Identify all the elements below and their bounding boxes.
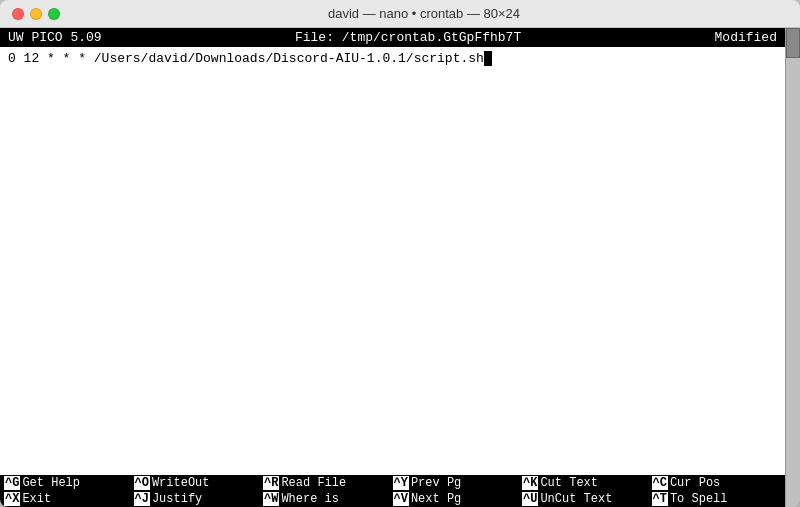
line-text: 0 12 * * * /Users/david/Downloads/Discor… (8, 51, 484, 66)
footer-item-cut-text[interactable]: ^K Cut Text (522, 476, 652, 490)
key-next-pg: ^V (393, 492, 409, 506)
maximize-button[interactable] (48, 8, 60, 20)
minimize-button[interactable] (30, 8, 42, 20)
label-exit: Exit (22, 492, 51, 506)
label-read-file: Read File (281, 476, 346, 490)
traffic-lights (12, 8, 60, 20)
key-cur-pos: ^C (652, 476, 668, 490)
key-uncut-text: ^U (522, 492, 538, 506)
label-writeout: WriteOut (152, 476, 210, 490)
label-cur-pos: Cur Pos (670, 476, 720, 490)
nano-header-center: File: /tmp/crontab.GtGpFfhb7T (295, 30, 521, 45)
window: david — nano • crontab — 80×24 UW PICO 5… (0, 0, 800, 507)
key-read-file: ^R (263, 476, 279, 490)
nano-header-right: Modified (715, 30, 777, 45)
key-cut-text: ^K (522, 476, 538, 490)
editor-content-line: 0 12 * * * /Users/david/Downloads/Discor… (8, 51, 777, 66)
footer-item-justify[interactable]: ^J Justify (134, 492, 264, 506)
label-justify: Justify (152, 492, 202, 506)
footer-item-help[interactable]: ^G Get Help (4, 476, 134, 490)
key-justify: ^J (134, 492, 150, 506)
footer-row-2: ^X Exit ^J Justify ^W Where is ^V Next P… (0, 491, 785, 507)
footer-item-read-file[interactable]: ^R Read File (263, 476, 393, 490)
key-exit: ^X (4, 492, 20, 506)
scrollbar-thumb[interactable] (786, 28, 800, 58)
label-where-is: Where is (281, 492, 339, 506)
nano-header-left: UW PICO 5.09 (8, 30, 102, 45)
key-where-is: ^W (263, 492, 279, 506)
footer-item-where-is[interactable]: ^W Where is (263, 492, 393, 506)
key-writeout: ^O (134, 476, 150, 490)
label-get-help: Get Help (22, 476, 80, 490)
nano-editor-body[interactable]: 0 12 * * * /Users/david/Downloads/Discor… (0, 47, 785, 475)
key-get-help: ^G (4, 476, 20, 490)
nano-header: UW PICO 5.09 File: /tmp/crontab.GtGpFfhb… (0, 28, 785, 47)
label-prev-pg: Prev Pg (411, 476, 461, 490)
footer-item-to-spell[interactable]: ^T To Spell (652, 492, 782, 506)
titlebar: david — nano • crontab — 80×24 (0, 0, 800, 28)
footer-item-exit[interactable]: ^X Exit (4, 492, 134, 506)
label-cut-text: Cut Text (540, 476, 598, 490)
footer-item-next-pg[interactable]: ^V Next Pg (393, 492, 523, 506)
label-uncut-text: UnCut Text (540, 492, 612, 506)
label-next-pg: Next Pg (411, 492, 461, 506)
window-title: david — nano • crontab — 80×24 (60, 6, 788, 21)
cursor (484, 51, 492, 66)
terminal-main: UW PICO 5.09 File: /tmp/crontab.GtGpFfhb… (0, 28, 785, 507)
key-prev-pg: ^Y (393, 476, 409, 490)
scrollbar[interactable] (785, 28, 800, 507)
terminal-area: UW PICO 5.09 File: /tmp/crontab.GtGpFfhb… (0, 28, 800, 507)
label-to-spell: To Spell (670, 492, 728, 506)
footer-item-prev-pg[interactable]: ^Y Prev Pg (393, 476, 523, 490)
footer-item-writeout[interactable]: ^O WriteOut (134, 476, 264, 490)
footer-item-uncut-text[interactable]: ^U UnCut Text (522, 492, 652, 506)
nano-footer: ^G Get Help ^O WriteOut ^R Read File ^Y … (0, 475, 785, 507)
close-button[interactable] (12, 8, 24, 20)
footer-item-cur-pos[interactable]: ^C Cur Pos (652, 476, 782, 490)
key-to-spell: ^T (652, 492, 668, 506)
footer-row-1: ^G Get Help ^O WriteOut ^R Read File ^Y … (0, 475, 785, 491)
